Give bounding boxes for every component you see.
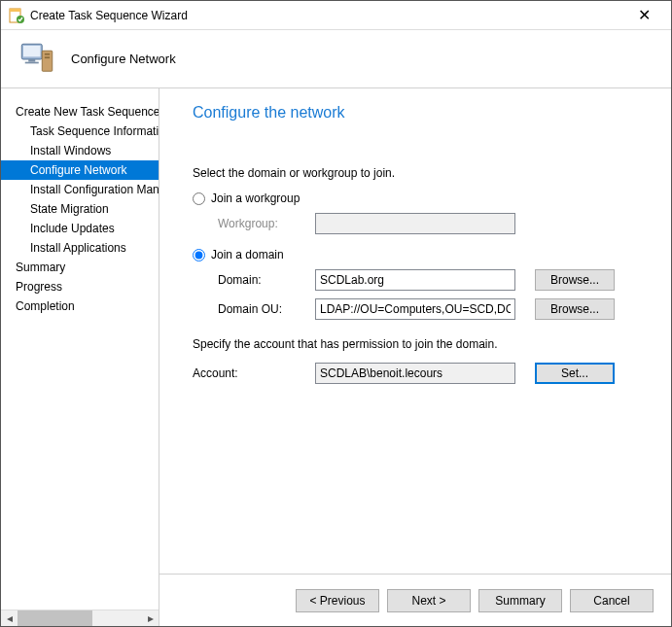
nav-item-3[interactable]: Configure Network (1, 160, 159, 180)
instruction-join: Select the domain or workgroup to join. (193, 166, 650, 180)
nav-item-4[interactable]: Install Configuration Manager Client (1, 180, 159, 199)
radio-join-workgroup[interactable]: Join a workgroup (193, 192, 650, 205)
nav-item-10[interactable]: Completion (1, 296, 159, 316)
summary-button[interactable]: Summary (478, 589, 562, 612)
account-label: Account: (193, 366, 315, 380)
svg-rect-5 (28, 59, 35, 62)
domain-ou-label: Domain OU: (193, 302, 315, 316)
svg-rect-6 (25, 61, 39, 63)
workstation-icon (17, 39, 57, 80)
svg-rect-1 (10, 9, 20, 12)
scroll-left-icon[interactable]: ◂ (1, 610, 18, 627)
domain-ou-input[interactable] (315, 298, 515, 320)
nav-item-5[interactable]: State Migration (1, 199, 159, 219)
workgroup-label: Workgroup: (193, 217, 315, 230)
page-header-title: Configure Network (71, 52, 176, 66)
nav-item-7[interactable]: Install Applications (1, 238, 159, 258)
nav-item-8[interactable]: Summary (1, 258, 159, 277)
titlebar: Create Task Sequence Wizard ✕ (1, 1, 671, 30)
svg-rect-8 (45, 52, 50, 54)
cancel-button[interactable]: Cancel (570, 589, 654, 612)
browse-domain-button[interactable]: Browse... (535, 269, 615, 291)
radio-join-domain-input[interactable] (193, 249, 205, 261)
next-button[interactable]: Next > (387, 589, 471, 612)
radio-join-workgroup-input[interactable] (193, 192, 205, 205)
previous-button[interactable]: < Previous (296, 589, 379, 612)
workgroup-input (315, 213, 515, 234)
nav-item-6[interactable]: Include Updates (1, 219, 159, 238)
nav-item-2[interactable]: Install Windows (1, 141, 159, 160)
page-header: Configure Network (1, 30, 671, 88)
instruction-account: Specify the account that has permission … (193, 337, 650, 351)
wizard-nav: Create New Task SequenceTask Sequence In… (1, 88, 159, 626)
close-icon[interactable]: ✕ (624, 6, 663, 24)
svg-rect-9 (45, 56, 50, 58)
sidebar-scrollbar[interactable]: ◂ ▸ (1, 610, 159, 626)
nav-item-9[interactable]: Progress (1, 277, 159, 296)
radio-join-domain[interactable]: Join a domain (193, 248, 650, 261)
wizard-footer: < Previous Next > Summary Cancel (159, 574, 671, 626)
browse-ou-button[interactable]: Browse... (535, 298, 615, 320)
set-account-button[interactable]: Set... (535, 363, 615, 384)
scroll-right-icon[interactable]: ▸ (142, 610, 159, 627)
window-title: Create Task Sequence Wizard (30, 9, 624, 22)
content-panel: Configure the network Select the domain … (159, 88, 671, 574)
wizard-icon (9, 8, 24, 23)
domain-label: Domain: (193, 273, 315, 287)
radio-join-workgroup-label: Join a workgroup (211, 192, 300, 205)
svg-rect-4 (23, 46, 41, 56)
radio-join-domain-label: Join a domain (211, 248, 284, 261)
account-input[interactable] (315, 363, 515, 384)
nav-item-1[interactable]: Task Sequence Information (1, 122, 159, 141)
content-heading: Configure the network (193, 104, 650, 122)
domain-input[interactable] (315, 269, 515, 291)
nav-item-0[interactable]: Create New Task Sequence (1, 102, 159, 122)
